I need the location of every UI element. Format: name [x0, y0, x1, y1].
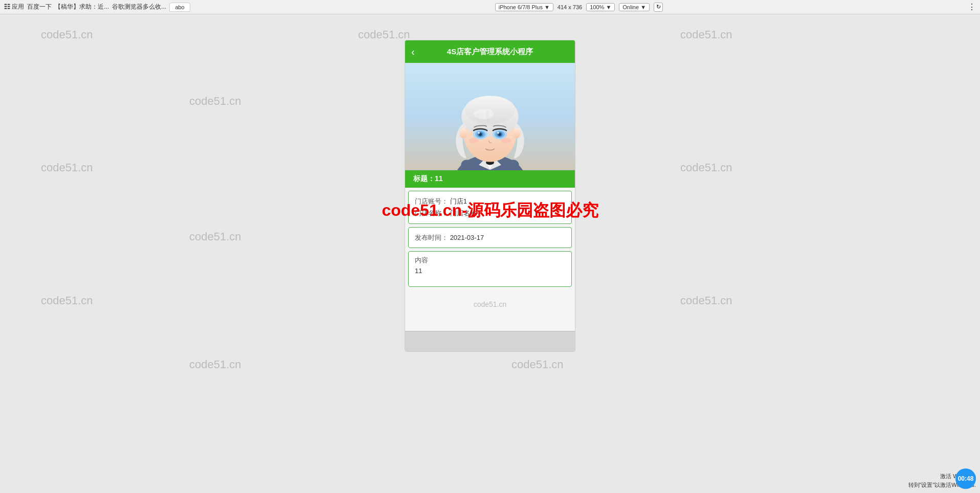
store-name-label: 门店名称： [415, 209, 448, 217]
cover-image [405, 63, 575, 170]
app-header: ‹ 4S店客户管理系统小程序 [405, 40, 575, 63]
tab-gaohua[interactable]: 【稿华】求助：近... [55, 3, 109, 11]
device-selector[interactable]: iPhone 6/7/8 Plus ▼ [495, 3, 553, 11]
main-area: ‹ 4S店客户管理系统小程序 [0, 14, 980, 493]
publish-time-section: 发布时间： 2021-03-17 [408, 227, 572, 248]
title-label: 标题：11 [413, 174, 443, 184]
svg-point-22 [497, 132, 499, 134]
tab-google[interactable]: 谷歌测览器多么收... [112, 3, 166, 11]
content-label: 内容 [415, 256, 565, 265]
time-row: 发布时间： 2021-03-17 [415, 232, 565, 243]
account-value: 门店1 [450, 197, 467, 205]
keyboard-area [405, 331, 575, 351]
browser-toolbar: iPhone 6/7/8 Plus ▼ 414 x 736 100% ▼ Onl… [194, 3, 964, 12]
content-section: 内容 11 [408, 251, 572, 287]
store-name-value: 门店名称 [450, 209, 477, 217]
timer-badge: 00:48 [955, 468, 976, 489]
svg-point-11 [459, 128, 467, 139]
title-bar: 标题：11 [405, 170, 575, 188]
tab-baidu[interactable]: 百度一下 [27, 3, 52, 11]
back-button[interactable]: ‹ [411, 47, 415, 57]
account-row: 门店账号： 门店1 [415, 195, 565, 207]
browser-bar: ☷ 应用 百度一下 【稿华】求助：近... 谷歌测览器多么收... abo iP… [0, 0, 980, 14]
svg-point-12 [513, 128, 521, 139]
browser-menu: ⋮ [968, 2, 976, 12]
account-label: 门店账号： [415, 197, 448, 205]
content-value: 11 [415, 267, 565, 275]
svg-point-24 [501, 138, 511, 143]
bottom-watermark: code51.cn [405, 290, 575, 308]
svg-point-23 [469, 138, 479, 143]
online-selector[interactable]: Online ▼ [619, 3, 650, 11]
anime-character-svg [405, 63, 575, 170]
menu-dots[interactable]: ⋮ [968, 2, 976, 12]
store-account-section: 门店账号： 门店1 门店名称： 门店名称 [408, 191, 572, 224]
store-name-row: 门店名称： 门店名称 [415, 207, 565, 219]
browser-tabs: ☷ 应用 百度一下 【稿华】求助：近... 谷歌测览器多么收... abo [4, 3, 190, 12]
refresh-button[interactable]: ↻ [654, 3, 663, 12]
svg-point-25 [474, 109, 494, 119]
time-label: 发布时间： [415, 234, 448, 241]
tab-abo[interactable]: abo [169, 3, 190, 12]
bottom-area: code51.cn [405, 290, 575, 331]
tab-apps[interactable]: ☷ 应用 [4, 3, 24, 11]
time-value: 2021-03-17 [450, 234, 484, 241]
svg-point-17 [478, 132, 480, 134]
app-title: 4S店客户管理系统小程序 [447, 47, 533, 57]
zoom-selector[interactable]: 100% ▼ [586, 3, 615, 11]
phone-frame: ‹ 4S店客户管理系统小程序 [405, 40, 575, 352]
size-display: 414 x 736 [558, 4, 582, 10]
